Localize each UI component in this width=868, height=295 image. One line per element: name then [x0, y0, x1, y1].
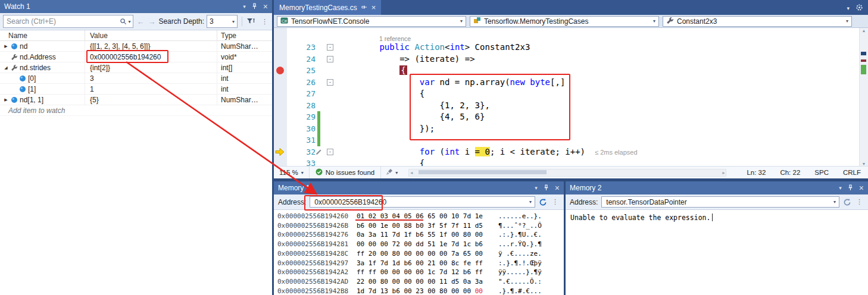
code-line-23[interactable]: 23- public Action<int> Constant2x3 [274, 42, 860, 54]
code-cleanup-button[interactable]: ▾ [380, 167, 402, 178]
filter-icon[interactable] [246, 17, 255, 26]
memory1-address-input[interactable] [313, 197, 529, 207]
fold-collapse-icon[interactable]: - [327, 79, 333, 86]
code-text[interactable]: var nd = np.array(new byte[,] [339, 77, 860, 89]
code-area[interactable]: 1 reference 23- public Action<int> Const… [274, 28, 860, 167]
watch-row[interactable]: ▶nd[1, 1]{5}NumShar… [0, 95, 272, 105]
breakpoint-icon[interactable] [276, 67, 284, 74]
code-text[interactable] [339, 134, 860, 146]
scroll-left-icon[interactable]: ◂ [410, 170, 413, 176]
tab-memorytestingcases[interactable]: MemoryTestingCases.cs × [274, 0, 381, 15]
search-input[interactable] [4, 17, 117, 26]
zoom-dropdown[interactable]: 115 % ▾ [274, 167, 310, 178]
watch-value[interactable]: 1 [85, 84, 217, 94]
code-text[interactable]: => (iterate) => [339, 54, 860, 65]
close-icon[interactable]: × [555, 184, 560, 192]
code-text[interactable]: { [339, 88, 860, 100]
code-text[interactable]: }); [339, 123, 860, 135]
code-line-26[interactable]: 26- var nd = np.array(new byte[,] [274, 77, 860, 89]
fold-collapse-icon[interactable]: - [327, 44, 333, 51]
code-line-30[interactable]: 30 }); [274, 123, 860, 135]
refresh-icon[interactable] [843, 198, 851, 206]
expander-closed-icon[interactable]: ▶ [2, 44, 10, 49]
settings-gear-icon[interactable] [855, 3, 863, 14]
scroll-right-icon[interactable]: ▸ [722, 170, 725, 176]
breakpoint-margin[interactable] [274, 77, 287, 89]
watch-value[interactable]: 3 [85, 73, 217, 83]
editor-horizontal-scrollbar[interactable]: ◂ ▸ [408, 169, 726, 177]
watch-row[interactable]: [1]1int [0, 84, 272, 95]
status-line-ending[interactable]: CRLF [843, 169, 861, 176]
code-text[interactable]: for (int i = 0; i < iterate; i++)≤ 2ms e… [339, 146, 860, 158]
issues-indicator[interactable]: No issues found [310, 168, 380, 177]
breakpoint-margin[interactable] [274, 42, 287, 54]
close-icon[interactable]: × [263, 2, 268, 11]
search-icon[interactable]: ▾ [117, 18, 133, 25]
breakpoint-margin[interactable] [274, 100, 287, 112]
window-position-icon[interactable]: ▾ [243, 4, 246, 10]
watch-row[interactable]: nd.Address0x000002556b194260void* [0, 52, 272, 62]
column-value[interactable]: Value [85, 30, 217, 40]
fold-collapse-icon[interactable]: - [327, 56, 333, 62]
add-watch-item-row[interactable]: Add item to watch [0, 105, 272, 116]
toolbar-overflow-grip[interactable]: ⋮ [260, 18, 269, 26]
memory1-hex-dump[interactable]: 0x000002556B19426001 02 03 04 05 06 65 0… [274, 210, 564, 295]
scroll-up-icon[interactable]: ▲ [860, 29, 868, 33]
column-name[interactable]: Name [0, 32, 85, 40]
code-text[interactable]: { [339, 158, 860, 167]
project-dropdown[interactable]: C# TensorFlowNET.Console ▾ [277, 16, 466, 27]
window-position-icon[interactable]: ▾ [839, 186, 842, 191]
watch-value[interactable]: {[[1, 2, 3], [4, 5, 6]]} [85, 41, 217, 51]
watch-value[interactable]: 0x000002556b194260 [85, 52, 217, 62]
memory1-titlebar[interactable]: Memory 1 ▾ × [274, 181, 564, 194]
code-text[interactable]: {1, 2, 3}, [339, 100, 860, 112]
search-back-icon[interactable]: ← [136, 17, 145, 26]
fold-collapse-icon[interactable]: - [327, 149, 333, 155]
member-dropdown[interactable]: Constant2x3 ▾ [663, 16, 852, 27]
code-line-32[interactable]: 32- for (int i = 0; i < iterate; i++)≤ 2… [274, 146, 860, 158]
code-line-31[interactable]: 31 [274, 134, 860, 146]
refresh-icon[interactable] [539, 198, 547, 206]
type-dropdown[interactable]: Tensorflow.MemoryTestingCases ▾ [470, 16, 659, 27]
column-type[interactable]: Type [217, 30, 272, 40]
code-line-29[interactable]: 29 {4, 5, 6} [274, 111, 860, 123]
code-text[interactable]: public Action<int> Constant2x3 [339, 42, 860, 54]
pin-icon[interactable] [847, 184, 854, 192]
close-icon[interactable]: × [859, 184, 864, 192]
breakpoint-margin[interactable] [274, 123, 287, 135]
code-line-28[interactable]: 28 {1, 2, 3}, [274, 100, 860, 112]
watch-search-box[interactable]: ▾ [3, 15, 133, 28]
watch-titlebar[interactable]: Watch 1 ▾ × [0, 0, 272, 13]
breakpoint-margin[interactable] [274, 54, 287, 65]
tab-pin-icon[interactable] [361, 4, 367, 12]
memory2-titlebar[interactable]: Memory 2 ▾ × [566, 181, 868, 194]
tab-close-icon[interactable]: × [371, 3, 376, 12]
code-line-24[interactable]: 24- => (iterate) => [274, 54, 860, 65]
watch-row[interactable]: [0]3int [0, 73, 272, 84]
code-line-25[interactable]: 25 { [274, 65, 860, 77]
pin-icon[interactable] [251, 3, 258, 11]
memory2-address-combo[interactable]: ▾ [601, 196, 839, 208]
code-text[interactable]: {4, 5, 6} [339, 111, 860, 123]
search-depth-combo[interactable]: 3 ▾ [207, 15, 238, 28]
watch-value[interactable]: {5} [85, 95, 217, 105]
window-list-icon[interactable]: ▾ [847, 5, 850, 11]
expander-closed-icon[interactable]: ▶ [2, 98, 10, 102]
memory2-address-input[interactable] [605, 197, 833, 207]
toolbar-overflow-grip[interactable]: ⋮ [551, 198, 560, 206]
breakpoint-margin[interactable] [274, 65, 287, 77]
code-text[interactable]: { [339, 65, 860, 77]
watch-value[interactable]: {int[2]} [85, 62, 217, 73]
code-line-33[interactable]: 33 { [274, 158, 860, 167]
toolbar-overflow-grip[interactable]: ⋮ [855, 198, 864, 206]
search-forward-icon[interactable]: → [147, 17, 156, 26]
breakpoint-margin[interactable] [274, 88, 287, 100]
code-line-27[interactable]: 27 { [274, 88, 860, 100]
memory1-address-combo[interactable]: ▾ [310, 196, 535, 208]
breakpoint-margin[interactable] [274, 134, 287, 146]
scroll-down-icon[interactable]: ▼ [860, 162, 868, 166]
watch-row[interactable]: ◢nd.strides{int[2]}int[] [0, 62, 272, 73]
breakpoint-margin[interactable] [274, 146, 287, 158]
memory2-message[interactable]: Unable to evaluate the expression. [566, 210, 868, 295]
window-position-icon[interactable]: ▾ [535, 186, 538, 191]
